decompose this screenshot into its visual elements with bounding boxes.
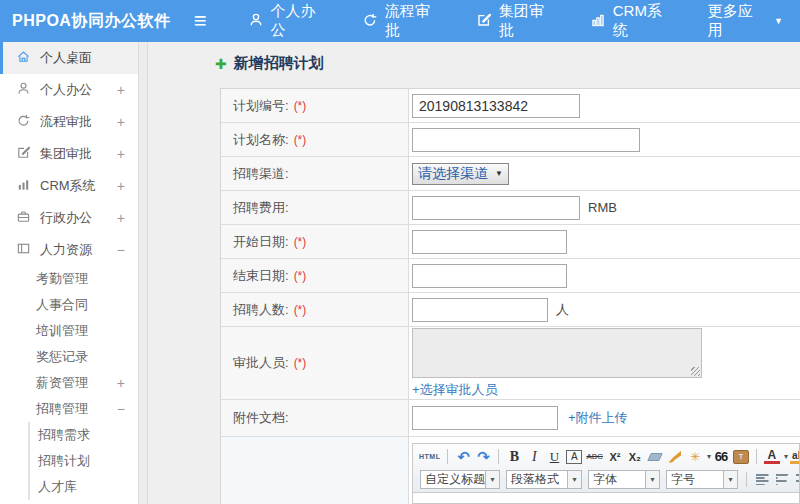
font-size-select[interactable]: 字号▾ — [666, 470, 738, 489]
topnav-item-3[interactable]: 集团审批 — [459, 0, 573, 42]
undo-icon[interactable]: ↶ — [455, 448, 471, 466]
underline-button[interactable]: U — [546, 448, 562, 466]
sidebar-subitem-薪资管理[interactable]: 薪资管理+ — [0, 370, 138, 396]
topnav-label: 更多应用 — [708, 2, 765, 40]
format-brush-icon[interactable] — [667, 448, 683, 466]
form-row-recruit-channel: 招聘渠道:请选择渠道▼ — [221, 157, 800, 191]
expander-icon[interactable]: − — [117, 242, 125, 258]
sidebar-subitem-招聘管理[interactable]: 招聘管理− — [0, 396, 138, 422]
brush-glyph — [668, 451, 681, 463]
subscript-button[interactable]: X₂ — [627, 448, 643, 466]
briefcase-icon — [16, 209, 40, 227]
superscript-button[interactable]: X² — [607, 448, 623, 466]
form-row-end-date: 结束日期:(*) — [221, 259, 800, 293]
form-label-approver: 审批人员:(*) — [221, 327, 409, 399]
font-color-button[interactable]: A — [764, 449, 780, 464]
sidebar-item-行政办公[interactable]: 行政办公+ — [0, 202, 138, 234]
expander-icon[interactable]: + — [117, 114, 125, 130]
char-border-button[interactable]: A — [566, 450, 582, 464]
font-family-select[interactable]: 字体▾ — [588, 470, 660, 489]
select-approver-link[interactable]: +选择审批人员 — [412, 381, 498, 399]
caret-down-icon: ▾ — [723, 471, 737, 488]
topnav-item-2[interactable]: 流程审批 — [345, 0, 459, 42]
bold-button[interactable]: B — [506, 448, 522, 466]
page-title-text: 新增招聘计划 — [234, 54, 324, 73]
plan-name-field[interactable] — [412, 128, 640, 152]
sidebar-subitem-考勤管理[interactable]: 考勤管理 — [0, 266, 138, 292]
topnav-item-5[interactable]: 更多应用▼ — [691, 0, 800, 42]
sidebar-subitem-奖惩记录[interactable]: 奖惩记录 — [0, 344, 138, 370]
sidebar-subitem-人才库[interactable]: 人才库 — [30, 474, 138, 500]
highlight-button[interactable]: ab — [790, 449, 800, 464]
topnav-label: 个人办公 — [271, 2, 328, 40]
expander-icon[interactable]: + — [117, 210, 125, 226]
toolbar-separator — [498, 449, 499, 464]
form-label-plan-content — [221, 437, 409, 504]
expander-icon[interactable]: + — [117, 178, 125, 194]
source-code-button[interactable]: HTML — [419, 448, 440, 466]
edit-icon — [476, 12, 492, 31]
sidebar-subitem-招聘需求[interactable]: 招聘需求 — [30, 422, 138, 448]
user-icon — [248, 12, 264, 31]
workflow-icon — [362, 12, 378, 31]
sidebar-item-集团审批[interactable]: 集团审批+ — [0, 138, 138, 170]
redo-icon[interactable]: ↷ — [475, 448, 491, 466]
custom-title-select[interactable]: 自定义标题▾ — [420, 470, 500, 489]
sidebar-subitem-培训管理[interactable]: 培训管理 — [0, 318, 138, 344]
expander-icon[interactable]: − — [117, 401, 125, 417]
menu-toggle-icon[interactable]: ≡ — [194, 0, 207, 42]
editor-content-area[interactable] — [413, 492, 799, 503]
autotypeset-icon[interactable]: ✳ — [687, 448, 703, 466]
paste-text-icon[interactable]: T — [733, 450, 749, 464]
expander-icon[interactable]: + — [117, 375, 125, 391]
field-label: 计划名称: — [233, 131, 289, 149]
sidebar-item-个人办公[interactable]: 个人办公+ — [0, 74, 138, 106]
headcount-field[interactable] — [412, 298, 548, 322]
expander-icon[interactable]: + — [117, 82, 125, 98]
form-value-start-date — [409, 225, 800, 258]
italic-button[interactable]: I — [526, 448, 542, 466]
chart-icon — [590, 12, 606, 31]
blockquote-button[interactable]: 66 — [713, 448, 729, 466]
expander-icon[interactable]: + — [117, 146, 125, 162]
sidebar-item-流程审批[interactable]: 流程审批+ — [0, 106, 138, 138]
sidebar-subitem-人事合同[interactable]: 人事合同 — [0, 292, 138, 318]
end-date-field[interactable] — [412, 264, 567, 288]
attachment-field[interactable] — [412, 406, 558, 430]
form-label-plan-number: 计划编号:(*) — [221, 89, 409, 122]
align-right-icon[interactable] — [794, 471, 800, 489]
topnav-item-1[interactable]: 个人办公 — [231, 0, 345, 42]
sidebar-subitem-label: 奖惩记录 — [36, 348, 88, 366]
sidebar-item-个人桌面[interactable]: 个人桌面 — [0, 42, 138, 74]
start-date-field[interactable] — [412, 230, 567, 254]
required-mark: (*) — [294, 235, 307, 249]
form-row-headcount: 招聘人数:(*)人 — [221, 293, 800, 327]
form-row-start-date: 开始日期:(*) — [221, 225, 800, 259]
required-mark: (*) — [294, 303, 307, 317]
sidebar-subitem-招聘计划[interactable]: 招聘计划 — [30, 448, 138, 474]
resize-handle-icon[interactable] — [691, 367, 700, 376]
add-icon: ✚ — [215, 56, 227, 72]
plan-number-field[interactable] — [412, 94, 580, 118]
paragraph-format-select[interactable]: 段落格式▾ — [506, 470, 582, 489]
caret-down-icon: ▾ — [707, 452, 711, 461]
recruit-channel-select[interactable]: 请选择渠道▼ — [412, 163, 509, 185]
sidebar-item-CRM系统[interactable]: CRM系统+ — [0, 170, 138, 202]
align-center-icon[interactable] — [774, 471, 790, 489]
app-logo: PHPOA协同办公软件 — [0, 11, 176, 32]
topnav-label: CRM系统 — [613, 2, 674, 40]
recruit-cost-field[interactable] — [412, 196, 580, 220]
unit-label: RMB — [588, 200, 617, 215]
strikethrough-button[interactable]: ABC — [586, 448, 602, 466]
form-label-plan-name: 计划名称:(*) — [221, 123, 409, 156]
eraser-icon[interactable] — [647, 448, 663, 466]
recruit-submenu: 招聘需求招聘计划人才库 — [28, 422, 138, 500]
form-value-plan-content: HTML↶↷BIUAABCX²X₂✳▾66TA▾ab▾自定义标题▾段落格式▾字体… — [409, 437, 800, 504]
sidebar-item-人力资源[interactable]: 人力资源− — [0, 234, 138, 266]
align-left-icon[interactable] — [754, 471, 770, 489]
approver-textarea[interactable] — [412, 328, 702, 378]
topnav-item-4[interactable]: CRM系统 — [573, 0, 691, 42]
sidebar-subitem-label: 招聘计划 — [38, 452, 90, 470]
sidebar-scrollbar[interactable] — [138, 42, 148, 504]
attachment-upload-link[interactable]: +附件上传 — [568, 409, 628, 427]
